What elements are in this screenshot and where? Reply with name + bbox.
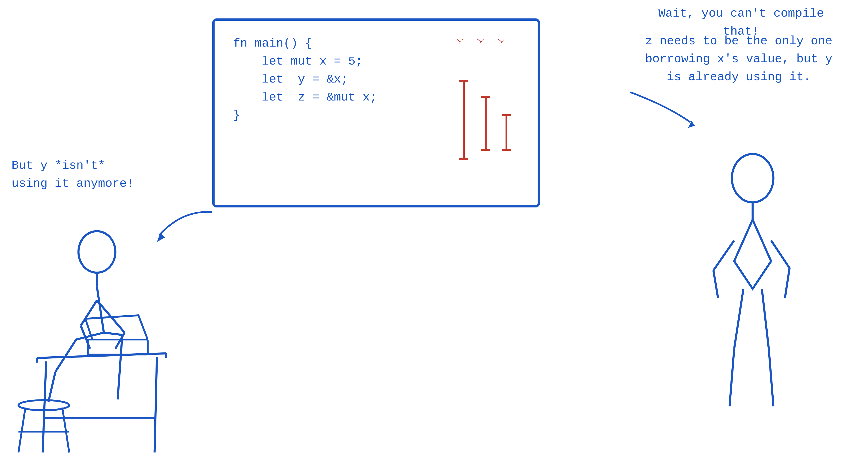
svg-line-45 [730, 349, 734, 406]
svg-text:lifetime of x: lifetime of x [455, 39, 493, 45]
svg-line-24 [49, 372, 55, 402]
svg-line-35 [19, 407, 25, 453]
svg-line-40 [713, 240, 734, 270]
svg-line-36 [62, 407, 69, 453]
stick-person-right [683, 141, 822, 464]
speech-bubble-left: But y *isn't*using it anymore! [11, 157, 145, 193]
svg-point-14 [79, 231, 115, 273]
svg-line-42 [771, 240, 789, 268]
stick-person-left [0, 210, 208, 464]
svg-text:lifetime of y: lifetime of y [476, 39, 514, 45]
arrow-right [626, 88, 707, 134]
svg-line-26 [118, 367, 120, 399]
svg-text:lifetime of z: lifetime of z [497, 39, 524, 45]
svg-line-17 [81, 300, 97, 326]
speech-bubble-right-bottom: z needs to be the only oneborrowing x's … [623, 32, 854, 86]
svg-line-30 [43, 361, 46, 453]
scene: fn main() { let mut x = 5; let y = &x; l… [0, 0, 868, 464]
svg-line-46 [762, 289, 769, 349]
svg-line-47 [769, 349, 773, 406]
speech-left-text: But y *isn't*using it anymore! [11, 159, 134, 190]
svg-rect-33 [88, 339, 148, 355]
speech-right-bottom-text: z needs to be the only oneborrowing x's … [645, 34, 832, 84]
svg-line-16 [97, 287, 104, 333]
svg-line-41 [713, 270, 718, 298]
svg-line-43 [785, 268, 789, 298]
lifetime-diagram: lifetime of x lifetime of y lifetime of … [445, 39, 524, 173]
svg-line-22 [104, 333, 122, 335]
code-board: fn main() { let mut x = 5; let y = &x; l… [212, 19, 540, 207]
svg-line-31 [155, 357, 157, 453]
svg-point-38 [732, 154, 773, 202]
svg-line-44 [734, 289, 743, 349]
